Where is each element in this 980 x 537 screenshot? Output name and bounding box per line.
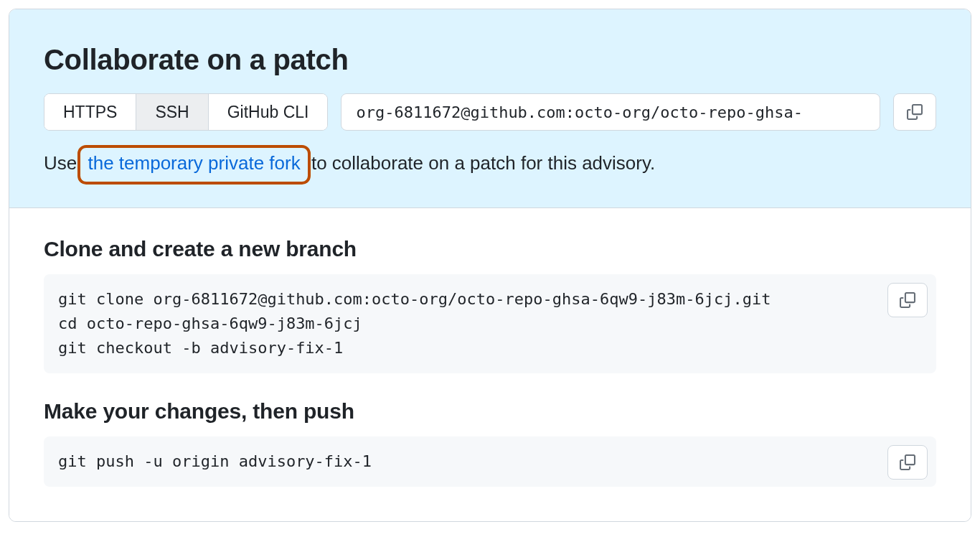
tab-github-cli[interactable]: GitHub CLI — [209, 94, 328, 130]
push-code-block: git push -u origin advisory-fix-1 — [44, 436, 936, 487]
card-title: Collaborate on a patch — [44, 44, 936, 76]
tab-ssh[interactable]: SSH — [136, 94, 208, 130]
clone-url-text: org-6811672@github.com:octo-org/octo-rep… — [356, 103, 803, 121]
push-section-title: Make your changes, then push — [44, 399, 936, 424]
clone-code-block: git clone org-6811672@github.com:octo-or… — [44, 274, 936, 373]
tab-https[interactable]: HTTPS — [44, 94, 136, 130]
clone-protocol-row: HTTPS SSH GitHub CLI org-6811672@github.… — [44, 93, 936, 131]
clone-section-title: Clone and create a new branch — [44, 237, 936, 261]
copy-push-code-button[interactable] — [887, 445, 928, 480]
desc-prefix: Use — [44, 152, 82, 174]
fork-description: Use the temporary private fork to collab… — [44, 148, 936, 182]
copy-icon — [900, 454, 915, 470]
protocol-tabs: HTTPS SSH GitHub CLI — [44, 93, 328, 131]
highlight-annotation: the temporary private fork — [77, 145, 310, 185]
copy-icon — [900, 292, 915, 308]
copy-url-button[interactable] — [893, 93, 936, 131]
card-header-section: Collaborate on a patch HTTPS SSH GitHub … — [9, 9, 971, 208]
copy-icon — [907, 104, 923, 120]
instructions-section: Clone and create a new branch git clone … — [9, 208, 971, 521]
clone-url-input[interactable]: org-6811672@github.com:octo-org/octo-rep… — [341, 93, 880, 131]
desc-suffix: to collaborate on a patch for this advis… — [306, 152, 656, 174]
collaborate-card: Collaborate on a patch HTTPS SSH GitHub … — [9, 9, 971, 522]
push-code[interactable]: git push -u origin advisory-fix-1 — [58, 449, 922, 474]
private-fork-link[interactable]: the temporary private fork — [88, 152, 300, 174]
clone-code[interactable]: git clone org-6811672@github.com:octo-or… — [58, 287, 922, 360]
copy-clone-code-button[interactable] — [887, 283, 928, 317]
